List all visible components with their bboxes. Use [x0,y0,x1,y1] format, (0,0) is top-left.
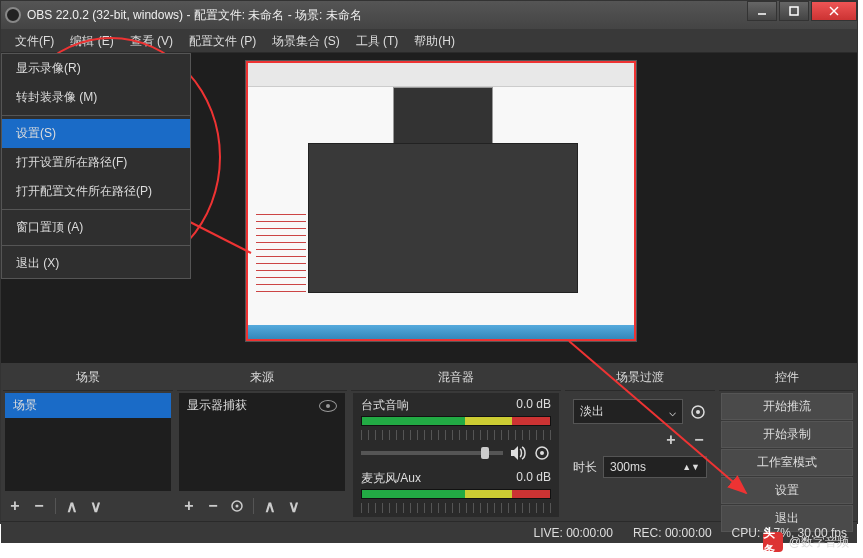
transition-mode: 淡出 [580,403,604,420]
mixer-body: 台式音响0.0 dB 麦克风/Aux0.0 dB [353,393,559,517]
svg-point-15 [696,410,700,414]
controls-title: 控件 [719,365,855,391]
speaker-icon[interactable] [509,444,527,462]
controls-body: 开始推流 开始录制 工作室模式 设置 退出 [719,391,855,535]
menubar: 文件(F) 编辑 (E) 查看 (V) 配置文件 (P) 场景集合 (S) 工具… [1,29,857,53]
ch1-meter [361,416,551,426]
gear-icon[interactable] [689,403,707,421]
preview-taskbar [248,325,634,339]
scenes-toolbar: + − ∧ ∨ [3,493,173,519]
preview-canvas[interactable] [246,61,636,341]
start-recording-button[interactable]: 开始录制 [721,421,853,448]
menu-tools[interactable]: 工具 (T) [348,29,407,52]
preview-area: 显示录像(R) 转封装录像 (M) 设置(S) 打开设置所在路径(F) 打开配置… [1,53,857,363]
toolbar-separator [55,498,56,514]
mixer-channel-1: 台式音响0.0 dB [353,393,559,466]
menu-scene-collection[interactable]: 场景集合 (S) [264,29,347,52]
ch1-db: 0.0 dB [516,397,551,414]
menu-exit[interactable]: 退出 (X) [2,249,190,278]
transitions-title: 场景过渡 [565,365,715,391]
app-icon [5,7,21,23]
watermark: 头条 @数字音频 [763,532,849,552]
transition-mode-combo[interactable]: 淡出⌵ [573,399,683,424]
preview-text-lines [256,208,306,298]
gear-icon[interactable] [533,444,551,462]
preview-nested-window [308,143,578,293]
add-scene-button[interactable]: + [7,498,23,514]
sources-title: 来源 [177,365,347,391]
toolbar-separator [253,498,254,514]
remove-transition-button[interactable]: − [691,432,707,448]
menu-help[interactable]: 帮助(H) [406,29,463,52]
menu-file[interactable]: 文件(F) [7,29,62,52]
spinner-icon: ▲▼ [682,462,700,472]
chevron-down-icon: ⌵ [669,405,676,419]
ch2-ticks [361,503,551,513]
window-title: OBS 22.0.2 (32-bit, windows) - 配置文件: 未命名… [27,7,853,24]
watermark-text: @数字音频 [789,534,849,551]
scenes-list[interactable]: 场景 [5,393,171,491]
source-label: 显示器捕获 [187,397,247,414]
scene-up-button[interactable]: ∧ [64,498,80,514]
file-menu-dropdown: 显示录像(R) 转封装录像 (M) 设置(S) 打开设置所在路径(F) 打开配置… [1,53,191,279]
menu-view[interactable]: 查看 (V) [122,29,181,52]
menu-always-on-top[interactable]: 窗口置顶 (A) [2,213,190,242]
remove-source-button[interactable]: − [205,498,221,514]
source-item[interactable]: 显示器捕获 [179,393,345,418]
ch2-name: 麦克风/Aux [361,470,421,487]
ch1-volume-slider[interactable] [361,451,503,455]
menu-remux[interactable]: 转封装录像 (M) [2,83,190,112]
sources-list[interactable]: 显示器捕获 [179,393,345,491]
mixer-panel: 混音器 台式音响0.0 dB 麦克风/Aux0.0 dB [351,365,561,519]
duration-label: 时长 [573,459,597,476]
svg-point-9 [236,505,239,508]
add-source-button[interactable]: + [181,498,197,514]
menu-show-recordings[interactable]: 显示录像(R) [2,54,190,83]
minimize-button[interactable] [747,1,777,21]
studio-mode-button[interactable]: 工作室模式 [721,449,853,476]
svg-point-11 [540,451,544,455]
controls-panel: 控件 开始推流 开始录制 工作室模式 设置 退出 [719,365,855,519]
menu-settings[interactable]: 设置(S) [2,119,190,148]
svg-rect-1 [790,7,798,15]
scenes-title: 场景 [3,365,173,391]
mixer-channel-2: 麦克风/Aux0.0 dB [353,466,559,517]
close-button[interactable] [811,1,857,21]
menu-separator [2,115,190,116]
menu-separator [2,245,190,246]
slider-handle[interactable] [481,447,489,459]
watermark-logo: 头条 [763,532,783,552]
scene-down-button[interactable]: ∨ [88,498,104,514]
mixer-title: 混音器 [351,365,561,391]
menu-profile[interactable]: 配置文件 (P) [181,29,264,52]
menu-open-settings-folder[interactable]: 打开设置所在路径(F) [2,148,190,177]
transitions-panel: 场景过渡 淡出⌵ + − 时长 300ms▲▼ [565,365,715,519]
ch1-name: 台式音响 [361,397,409,414]
main-window: OBS 22.0.2 (32-bit, windows) - 配置文件: 未命名… [0,0,858,524]
transitions-body: 淡出⌵ + − 时长 300ms▲▼ [565,391,715,486]
sources-panel: 来源 显示器捕获 + − ∧ ∨ [177,365,347,519]
visibility-icon[interactable] [319,400,337,412]
scene-item[interactable]: 场景 [5,393,171,418]
status-live: LIVE: 00:00:00 [533,526,612,540]
settings-button[interactable]: 设置 [721,477,853,504]
remove-scene-button[interactable]: − [31,498,47,514]
source-up-button[interactable]: ∧ [262,498,278,514]
menu-open-profile-folder[interactable]: 打开配置文件所在路径(P) [2,177,190,206]
start-streaming-button[interactable]: 开始推流 [721,393,853,420]
add-transition-button[interactable]: + [663,432,679,448]
source-props-button[interactable] [229,498,245,514]
sources-toolbar: + − ∧ ∨ [177,493,347,519]
ch2-meter [361,489,551,499]
preview-content [248,63,634,339]
ch2-db: 0.0 dB [516,470,551,487]
titlebar: OBS 22.0.2 (32-bit, windows) - 配置文件: 未命名… [1,1,857,29]
maximize-button[interactable] [779,1,809,21]
bottom-panels: 场景 场景 + − ∧ ∨ 来源 显示器捕获 + − [1,363,857,521]
duration-value: 300ms [610,460,646,474]
duration-input[interactable]: 300ms▲▼ [603,456,707,478]
source-down-button[interactable]: ∨ [286,498,302,514]
status-rec: REC: 00:00:00 [633,526,712,540]
ch1-ticks [361,430,551,440]
menu-edit[interactable]: 编辑 (E) [62,29,121,52]
